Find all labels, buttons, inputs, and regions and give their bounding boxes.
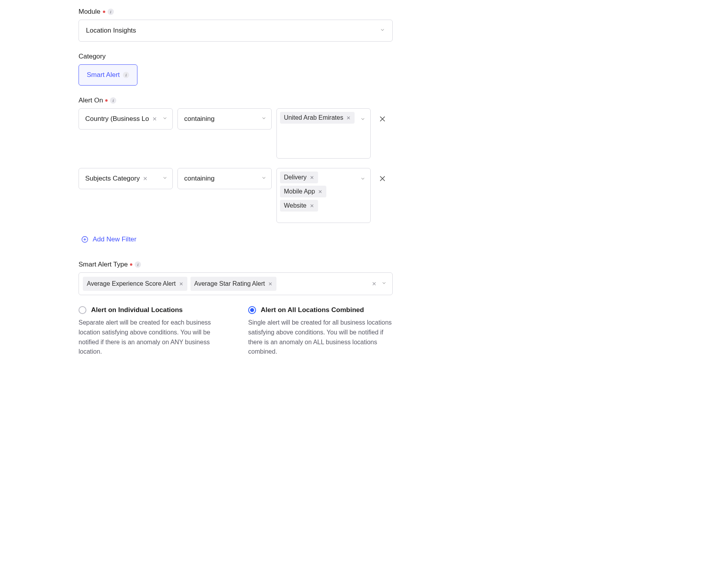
alert-scope-option: Alert on Individual Locations Separate a…	[79, 306, 223, 357]
module-value: Location Insights	[86, 27, 136, 35]
alert-scope-options: Alert on Individual Locations Separate a…	[79, 306, 393, 357]
alert-config-form: Module i Location Insights Category Smar…	[0, 0, 393, 372]
tag-remove-icon[interactable]: ✕	[310, 175, 314, 181]
chevron-down-icon	[162, 175, 168, 183]
filter-operator-value: containing	[184, 175, 215, 183]
tag-text: Average Experience Score Alert	[87, 280, 176, 287]
category-chip-text: Smart Alert	[87, 71, 120, 79]
filter-row: Subjects Category ✕ containing Delivery✕…	[79, 168, 393, 223]
add-new-filter-button[interactable]: Add New Filter	[79, 232, 139, 246]
info-icon[interactable]: i	[110, 97, 116, 104]
select-controls: ✕	[371, 280, 387, 288]
radio-description: Separate alert will be created for each …	[79, 318, 223, 357]
chevron-down-icon	[261, 115, 267, 123]
info-icon[interactable]: i	[108, 9, 114, 15]
tag-remove-icon[interactable]: ✕	[318, 189, 322, 195]
smart-alert-type-label: Smart Alert Type i	[79, 261, 393, 268]
info-icon[interactable]: i	[135, 261, 141, 268]
tag-remove-icon[interactable]: ✕	[310, 203, 314, 209]
module-label-text: Module	[79, 8, 101, 16]
filter-value-tag: Mobile App✕	[280, 186, 326, 197]
radio-title: Alert on Individual Locations	[91, 306, 183, 314]
alert-on-label: Alert On i	[79, 97, 393, 104]
filter-operator-value: containing	[184, 115, 215, 123]
module-field: Module i Location Insights	[79, 8, 393, 42]
category-label: Category	[79, 53, 393, 60]
info-icon[interactable]: i	[123, 72, 129, 78]
filter-value-tag: Delivery✕	[280, 172, 318, 183]
category-field: Category Smart Alert i	[79, 53, 393, 86]
tag-text: Delivery	[284, 174, 307, 181]
filter-values-select[interactable]: United Arab Emirates✕	[276, 108, 371, 159]
tag-remove-icon[interactable]: ✕	[346, 115, 351, 121]
smart-alert-type-tags: Average Experience Score Alert✕Average S…	[83, 277, 276, 291]
module-select[interactable]: Location Insights	[79, 20, 393, 42]
clear-all-icon[interactable]: ✕	[371, 281, 377, 287]
smart-alert-type-tag: Average Star Rating Alert✕	[190, 277, 276, 291]
filter-row: Country (Business Lo ✕ containing United…	[79, 108, 393, 159]
alert-on-label-text: Alert On	[79, 97, 103, 104]
filter-operator-select[interactable]: containing	[177, 108, 272, 130]
chevron-down-icon[interactable]	[381, 280, 387, 288]
clear-icon[interactable]: ✕	[152, 116, 158, 122]
radio-button[interactable]	[248, 306, 256, 314]
chevron-down-icon	[261, 175, 267, 183]
filter-field-value: Country (Business Lo	[85, 115, 149, 123]
filter-rows: Country (Business Lo ✕ containing United…	[79, 108, 393, 223]
filter-value-tag: United Arab Emirates✕	[280, 112, 355, 124]
filter-field-select[interactable]: Subjects Category ✕	[79, 168, 173, 189]
filter-values-select[interactable]: Delivery✕Mobile App✕Website✕	[276, 168, 371, 223]
radio-button[interactable]	[79, 306, 86, 314]
smart-alert-type-label-text: Smart Alert Type	[79, 261, 128, 268]
radio-description: Single alert will be created for all bus…	[248, 318, 393, 357]
module-label: Module i	[79, 8, 393, 16]
filter-value-tag: Website✕	[280, 200, 318, 212]
plus-circle-icon	[81, 236, 89, 243]
required-dot-icon	[130, 263, 132, 266]
tag-text: Website	[284, 202, 307, 209]
tag-text: Mobile App	[284, 188, 315, 195]
smart-alert-type-tag: Average Experience Score Alert✕	[83, 277, 187, 291]
category-chip-smart-alert[interactable]: Smart Alert i	[79, 64, 137, 86]
chevron-down-icon	[360, 175, 366, 183]
required-dot-icon	[103, 11, 105, 13]
tag-remove-icon[interactable]: ✕	[179, 281, 183, 287]
tag-text: Average Star Rating Alert	[194, 280, 265, 287]
remove-filter-button[interactable]	[375, 108, 390, 130]
radio-title: Alert on All Locations Combined	[261, 306, 364, 314]
tag-remove-icon[interactable]: ✕	[268, 281, 273, 287]
smart-alert-type-select[interactable]: Average Experience Score Alert✕Average S…	[79, 272, 393, 295]
alert-scope-option: Alert on All Locations Combined Single a…	[248, 306, 393, 357]
remove-filter-button[interactable]	[375, 168, 390, 189]
required-dot-icon	[105, 99, 108, 102]
chevron-down-icon	[360, 116, 366, 124]
clear-icon[interactable]: ✕	[142, 175, 148, 182]
alert-on-field: Alert On i Country (Business Lo ✕ contai…	[79, 97, 393, 246]
add-new-filter-label: Add New Filter	[93, 236, 136, 243]
filter-operator-select[interactable]: containing	[177, 168, 272, 189]
category-label-text: Category	[79, 53, 106, 60]
chevron-down-icon	[162, 115, 168, 123]
filter-field-select[interactable]: Country (Business Lo ✕	[79, 108, 173, 130]
smart-alert-type-field: Smart Alert Type i Average Experience Sc…	[79, 261, 393, 295]
chevron-down-icon	[380, 27, 385, 35]
tag-text: United Arab Emirates	[284, 114, 343, 121]
filter-field-value: Subjects Category	[85, 175, 140, 183]
